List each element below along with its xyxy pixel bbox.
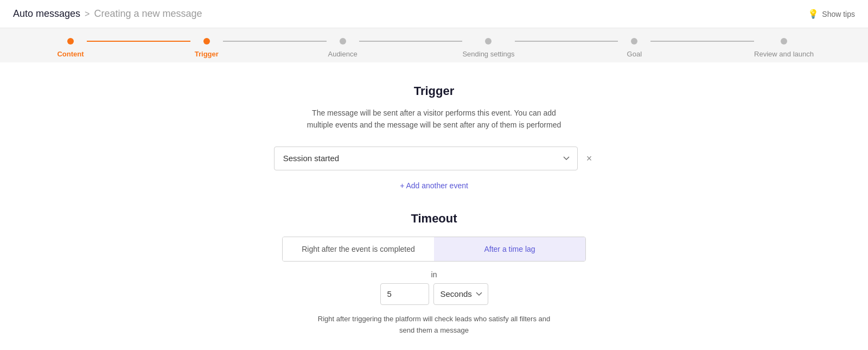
lightbulb-icon: 💡	[808, 9, 819, 19]
step-audience[interactable]: Audience	[327, 38, 359, 58]
breadcrumb: Auto messages > Creating a new message	[13, 8, 202, 20]
breadcrumb-separator: >	[85, 9, 90, 19]
show-tips-button[interactable]: 💡 Show tips	[808, 9, 855, 19]
remove-event-button[interactable]: ×	[584, 151, 595, 166]
step-connector	[650, 41, 754, 42]
step-sending-settings[interactable]: Sending settings	[462, 38, 514, 58]
trigger-title: Trigger	[250, 84, 618, 98]
step-connector	[223, 41, 327, 42]
step-dot	[485, 38, 492, 44]
trigger-description: The message will be sent after a visitor…	[250, 107, 618, 131]
step-dot	[340, 38, 346, 44]
breadcrumb-root: Auto messages	[13, 8, 80, 20]
top-bar: Auto messages > Creating a new message 💡…	[0, 0, 868, 28]
breadcrumb-current: Creating a new message	[94, 8, 202, 20]
trigger-section: Trigger The message will be sent after a…	[250, 84, 618, 190]
step-dot	[781, 38, 787, 44]
add-event-button[interactable]: + Add another event	[400, 181, 468, 190]
event-select[interactable]: Session started	[274, 147, 578, 170]
time-unit-select[interactable]: SecondsMinutesHoursDays	[433, 283, 488, 305]
delayed-button[interactable]: After a time lag	[434, 237, 585, 261]
step-review-and-launch[interactable]: Review and launch	[754, 38, 814, 58]
step-label: Goal	[627, 50, 642, 58]
step-trigger[interactable]: Trigger	[190, 38, 223, 58]
time-input-row: SecondsMinutesHoursDays	[250, 283, 618, 305]
show-tips-label: Show tips	[822, 10, 855, 18]
time-number-input[interactable]	[380, 283, 429, 305]
step-dot	[631, 38, 637, 44]
step-content[interactable]: Content	[54, 38, 87, 58]
event-row: Session started ×	[250, 147, 618, 170]
footer-description: Right after triggering the platform will…	[250, 314, 618, 336]
step-connector	[359, 41, 463, 42]
timeout-section: Timeout Right after the event is complet…	[250, 212, 618, 336]
step-dot	[203, 38, 210, 44]
in-label: in	[250, 270, 618, 279]
step-goal[interactable]: Goal	[618, 38, 650, 58]
timeout-toggle-group: Right after the event is completed After…	[282, 237, 586, 262]
main-content: Trigger The message will be sent after a…	[0, 62, 868, 350]
step-label: Audience	[328, 50, 357, 58]
step-dot	[67, 38, 74, 44]
step-connector	[87, 41, 190, 42]
step-label: Content	[57, 50, 84, 58]
step-label: Trigger	[195, 50, 219, 58]
step-label: Sending settings	[462, 50, 514, 58]
steps-bar: ContentTriggerAudienceSending settingsGo…	[0, 28, 868, 62]
timeout-title: Timeout	[250, 212, 618, 226]
immediate-button[interactable]: Right after the event is completed	[283, 237, 434, 261]
step-connector	[515, 41, 618, 42]
step-label: Review and launch	[754, 50, 814, 58]
